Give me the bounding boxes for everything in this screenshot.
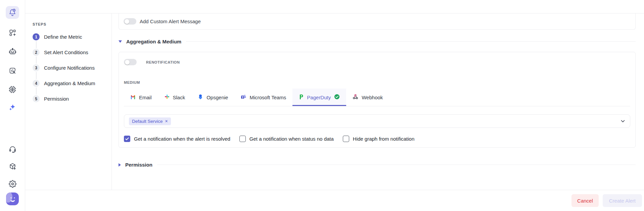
tab-email[interactable]: Email [124, 89, 158, 106]
tab-label: Webhook [362, 95, 383, 100]
permission-section-header: Permission [119, 162, 636, 168]
renotification-row: RENOTIFICATION [124, 59, 630, 65]
step-label: Define the Metric [44, 34, 82, 40]
sidebar-item-dashboards[interactable] [6, 26, 19, 39]
user-avatar [6, 192, 19, 205]
option-label: Get a notification when the alert is res… [134, 136, 230, 142]
opsgenie-icon [198, 94, 203, 101]
tab-label: Slack [173, 95, 185, 100]
sidebar-item-integrations[interactable] [6, 160, 19, 173]
section-title: Permission [125, 162, 152, 168]
step-define-the-metric[interactable]: 1 Define the Metric [33, 33, 111, 40]
create-alert-button[interactable]: Create Alert [603, 194, 642, 207]
notification-options-row: Get a notification when the alert is res… [124, 136, 630, 142]
steps-panel: STEPS 1 Define the Metric 2 Set Alert Co… [25, 13, 112, 190]
step-number: 4 [33, 80, 40, 87]
tab-label: Microsoft Teams [249, 95, 286, 100]
section-title: Aggregation & Medium [126, 39, 181, 44]
aggregation-medium-section-header: Aggregation & Medium [119, 39, 636, 44]
main-column: STEPS 1 Define the Metric 2 Set Alert Co… [25, 0, 644, 211]
option-label: Hide graph from notification [353, 136, 414, 142]
chevron-right-icon[interactable] [119, 163, 121, 167]
tag-label: Default Service [132, 119, 163, 124]
step-aggregation-medium[interactable]: 4 Aggregation & Medium [33, 80, 111, 87]
sidebar-item-ai-assistant[interactable] [6, 101, 19, 114]
step-number: 3 [33, 64, 40, 71]
checkbox-unchecked-icon[interactable] [343, 136, 349, 142]
custom-alert-message-label: Add Custom Alert Message [140, 19, 201, 24]
section-divider [186, 41, 636, 42]
medium-tabs: Email Slack [124, 89, 630, 106]
package-add-icon [9, 163, 16, 170]
medium-label: MEDIUM [124, 80, 630, 84]
step-permission[interactable]: 5 Permission [33, 95, 111, 102]
tab-opsgenie[interactable]: Opsgenie [191, 89, 234, 106]
step-number: 1 [33, 33, 40, 40]
chip-icon [8, 85, 16, 94]
alert-form-content: Add Custom Alert Message Aggregation & M… [112, 13, 644, 190]
option-label: Get a notification when status no data [249, 136, 334, 142]
section-divider [157, 165, 636, 165]
step-label: Aggregation & Medium [44, 80, 95, 86]
settings-gear-icon [9, 180, 16, 188]
tab-slack[interactable]: Slack [158, 89, 192, 106]
option-hide-graph[interactable]: Hide graph from notification [343, 136, 414, 142]
renotification-toggle[interactable] [124, 59, 137, 65]
content-wrap: STEPS 1 Define the Metric 2 Set Alert Co… [25, 13, 644, 190]
step-set-alert-conditions[interactable]: 2 Set Alert Conditions [33, 49, 111, 56]
form-footer: Cancel Create Alert [25, 190, 644, 211]
remove-tag-icon[interactable]: × [165, 119, 168, 124]
step-number: 5 [33, 95, 40, 102]
sidebar-item-alerts[interactable] [6, 6, 19, 19]
tab-pagerduty[interactable]: PagerDuty [292, 89, 346, 106]
rum-monitor-icon [8, 67, 16, 75]
tab-label: Opsgenie [206, 95, 228, 100]
service-multiselect[interactable]: Default Service × [124, 114, 630, 128]
step-label: Permission [44, 96, 69, 102]
tab-label: Email [139, 95, 152, 100]
alert-bell-icon [8, 8, 16, 16]
steps-title: STEPS [33, 22, 111, 26]
sidebar-item-rum[interactable] [6, 64, 19, 77]
widgets-add-icon [9, 29, 16, 37]
pagerduty-icon [299, 94, 304, 101]
tab-microsoft-teams[interactable]: Microsoft Teams [234, 89, 292, 106]
verified-check-icon [334, 94, 340, 101]
tab-webhook[interactable]: Webhook [346, 89, 389, 106]
cancel-button[interactable]: Cancel [571, 194, 599, 207]
ai-sparkle-icon [8, 103, 16, 111]
chevron-down-icon[interactable] [119, 40, 122, 43]
option-resolved-notification[interactable]: Get a notification when the alert is res… [124, 136, 230, 142]
tab-label: PagerDuty [307, 95, 331, 100]
step-number: 2 [33, 49, 40, 56]
app-root: STEPS 1 Define the Metric 2 Set Alert Co… [0, 0, 644, 211]
bot-icon [8, 48, 17, 56]
sidebar-item-support[interactable] [6, 143, 19, 155]
step-label: Set Alert Conditions [44, 49, 88, 55]
slack-icon [165, 94, 170, 100]
gmail-icon [130, 94, 136, 101]
renotification-label: RENOTIFICATION [146, 60, 180, 64]
sidebar-item-settings[interactable] [6, 177, 19, 190]
option-no-data-notification[interactable]: Get a notification when status no data [239, 136, 334, 142]
headset-icon [9, 145, 16, 153]
webhook-icon [353, 94, 358, 101]
selected-service-tag: Default Service × [129, 117, 171, 125]
step-label: Configure Notifications [44, 65, 95, 71]
sidebar-item-account[interactable] [6, 192, 19, 205]
custom-alert-message-toggle[interactable] [124, 18, 136, 25]
select-chevron-down-icon [620, 119, 625, 124]
sidebar-item-bot[interactable] [6, 45, 19, 58]
top-spacer [25, 0, 644, 13]
sidebar-item-infrastructure[interactable] [6, 83, 19, 96]
step-configure-notifications[interactable]: 3 Configure Notifications [33, 64, 111, 71]
teams-icon [241, 94, 246, 101]
checkbox-unchecked-icon[interactable] [239, 136, 246, 142]
app-sidebar [0, 0, 25, 211]
aggregation-medium-panel: RENOTIFICATION MEDIUM [119, 52, 636, 148]
custom-alert-message-panel: Add Custom Alert Message [119, 13, 636, 30]
checkbox-checked-icon[interactable] [124, 136, 130, 142]
